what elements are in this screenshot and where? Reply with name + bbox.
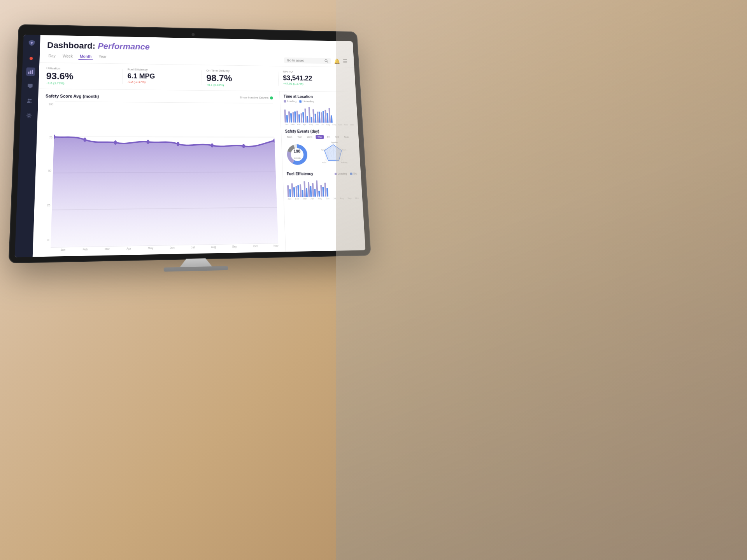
- day-fri[interactable]: Fri: [325, 135, 332, 139]
- sidebar-icon-chat[interactable]: [25, 82, 35, 91]
- unloading-bar-2: [294, 111, 296, 122]
- search-icon: [324, 59, 328, 63]
- day-tue[interactable]: Tue: [295, 135, 303, 139]
- time-location-title: Time at Location: [284, 94, 352, 99]
- day-sun[interactable]: Sun: [342, 135, 351, 139]
- fuel-bar-group-0: [287, 185, 291, 197]
- show-inactive-drivers[interactable]: Show Inactive Drivers: [240, 96, 273, 99]
- fuel-legend-dot-2: [350, 172, 352, 175]
- time-filter-group: Day Week Month Year: [47, 53, 108, 60]
- unloading-bar-7: [315, 114, 317, 123]
- sidebar-icon-settings[interactable]: [25, 111, 34, 120]
- notification-icon[interactable]: 🔔: [334, 58, 340, 64]
- fuel-bar-group-3: [300, 184, 303, 197]
- day-tabs: Mon Tue Wed Thu Fri Sat Sun: [285, 135, 355, 139]
- svg-point-6: [28, 115, 30, 117]
- legend-loading: Loading: [284, 100, 296, 103]
- svg-text:Following...: Following...: [341, 161, 349, 163]
- unloading-bar-10: [326, 113, 328, 123]
- fuel-bars: [287, 177, 358, 197]
- main-content: Dashboard: Performance Day Week Month Ye…: [33, 35, 366, 257]
- filter-day[interactable]: Day: [47, 53, 57, 60]
- inactive-dot: [270, 96, 273, 100]
- unloading-bar-11: [331, 116, 333, 123]
- svg-text:Drowsi...: Drowsi...: [342, 149, 348, 151]
- utilization-value: 93.6%: [46, 72, 117, 82]
- utilization-label: Utilization: [46, 66, 118, 71]
- fuel-bar1-0: [287, 185, 289, 197]
- fuel-bar1-7: [316, 180, 318, 197]
- fuel-bar-group-2: [295, 185, 299, 197]
- sidebar-icon-users[interactable]: [25, 96, 34, 105]
- radar-chart: Speeding Drowsi... Following... Phone...…: [311, 141, 357, 168]
- fuel-bar2-9: [326, 188, 328, 197]
- fuel-bar-group-7: [316, 180, 320, 197]
- svg-point-16: [147, 140, 149, 144]
- left-panel: Safety Score Avg (month) Show Inactive D…: [33, 89, 286, 257]
- header: Dashboard: Performance Day Week Month Ye…: [39, 35, 354, 67]
- metrics-row: Utilization 93.6% +1.6 (1.73%) Fuel Effi…: [39, 63, 356, 92]
- svg-rect-1: [30, 70, 31, 74]
- metric-rptpd: RPTPD $3,541.22 +47.91 (1.37%): [283, 70, 349, 88]
- rptpd-value: $3,541.22: [283, 75, 349, 82]
- unloading-bar-0: [286, 115, 288, 122]
- svg-point-5: [30, 99, 32, 100]
- otd-change: +0.1 (0.10%): [207, 83, 274, 87]
- unloading-bar-9: [323, 111, 324, 122]
- fuel-bar-group-6: [312, 183, 316, 197]
- bar-group-2: [292, 111, 296, 122]
- monitor-base: [164, 266, 228, 271]
- day-wed[interactable]: Wed: [305, 135, 314, 139]
- filter-year[interactable]: Year: [97, 54, 108, 61]
- unloading-bar-5: [307, 116, 309, 122]
- safety-events-content: 198 events: [286, 141, 357, 168]
- legend-unloading: Unloading: [299, 100, 314, 103]
- svg-marker-31: [324, 145, 342, 161]
- day-thu[interactable]: Thu: [316, 135, 324, 139]
- bar-group-10: [324, 110, 328, 122]
- day-sat[interactable]: Sat: [333, 135, 341, 139]
- monitor-stand: [180, 258, 212, 267]
- day-mon[interactable]: Mon: [285, 135, 294, 139]
- menu-icon[interactable]: ☰: [343, 58, 348, 64]
- fuel-bar1-3: [300, 184, 302, 197]
- time-location-legend: Loading Unloading: [284, 100, 353, 103]
- show-inactive-label: Show Inactive Drivers: [240, 96, 269, 99]
- otd-value: 98.7%: [206, 74, 274, 83]
- sidebar-icon-chart[interactable]: [26, 67, 35, 76]
- safety-chart-container: Jan Feb Mar Apr May Jun Jul Aug Sep Oc: [51, 102, 279, 252]
- page-title: Dashboard: Performance: [47, 40, 347, 55]
- search-input[interactable]: [287, 58, 323, 63]
- time-location-xlabels: JanFebMarAprMayJunJulAugSepOctNovDec: [285, 123, 354, 126]
- loading-bar-5: [304, 108, 306, 122]
- fuel-bar-group-5: [308, 182, 312, 197]
- fuel-bar-group-4: [303, 181, 308, 197]
- bar-group-6: [309, 107, 312, 122]
- fuel-change: -0.2 (-3.17%): [128, 80, 197, 84]
- filter-week[interactable]: Week: [61, 53, 74, 60]
- utilization-change: +1.6 (1.73%): [46, 81, 117, 86]
- bar-group-11: [328, 108, 332, 123]
- loading-bar-3: [296, 111, 298, 123]
- fuel-legend-dot-1: [334, 172, 337, 175]
- sidebar-dot: [30, 57, 33, 60]
- legend-unloading-dot: [299, 100, 302, 103]
- bar-group-3: [296, 111, 300, 123]
- filter-month[interactable]: Month: [78, 54, 93, 60]
- title-accent: Performance: [98, 41, 150, 51]
- svg-rect-3: [28, 84, 33, 88]
- fuel-bar2-6: [314, 189, 316, 197]
- legend-loading-dot: [284, 100, 286, 102]
- time-location-bars: [284, 104, 354, 123]
- right-panel: Time at Location Loading Unloading: [279, 91, 365, 252]
- monitor-camera: [192, 33, 195, 36]
- fuel-value: 6.1 MPG: [128, 73, 197, 80]
- safety-chart-area: 100 75 50 25 0: [40, 101, 279, 252]
- title-static: Dashboard:: [47, 40, 95, 51]
- metric-fuel: Fuel Efficiency 6.1 MPG -0.2 (-3.17%): [127, 68, 197, 86]
- fuel-bar2-4: [306, 188, 308, 197]
- fuel-bar2-5: [310, 186, 312, 197]
- svg-point-4: [28, 99, 30, 101]
- fuel-efficiency-widget: Fuel Efficiency Loading Src: [287, 172, 359, 200]
- search-box[interactable]: [284, 57, 331, 64]
